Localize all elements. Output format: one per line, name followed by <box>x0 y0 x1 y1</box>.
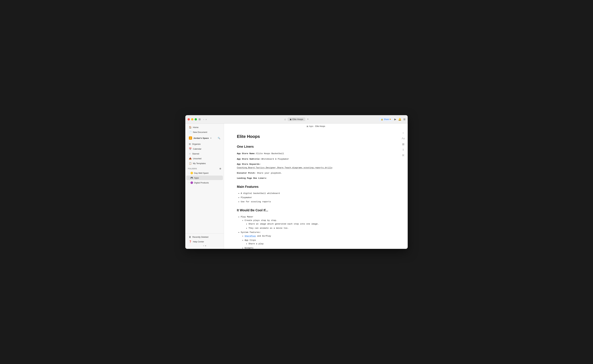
sidebar-dots <box>185 244 224 247</box>
workspace-header[interactable]: J Jordan's Space ▾ 🔍 <box>186 135 223 141</box>
list-item: A digital basketball whiteboard <box>241 192 353 195</box>
shareplay-link[interactable]: SharePlay <box>245 235 256 237</box>
present-icon[interactable]: ▶ <box>394 118 396 121</box>
app-store-name-label: App Store Name: <box>237 152 256 155</box>
dot-1 <box>203 245 204 246</box>
info-icon[interactable]: ℹ <box>403 148 404 151</box>
breadcrumb-apps[interactable]: Apps <box>309 125 313 127</box>
traffic-lights <box>188 118 197 120</box>
search-icon[interactable]: 🔍 <box>218 137 220 139</box>
home-icon: 🏠 <box>189 126 191 129</box>
sidebar-item-starred[interactable]: ☆ Starred <box>186 151 223 156</box>
app-store-name-field: App Store Name: Elite Hoops Basketball <box>237 152 353 156</box>
sidebar-unsorted-label: Unsorted <box>193 157 201 160</box>
list-item: Share a play <box>249 242 353 246</box>
sidebar-recently-deleted-label: Recently Deleted <box>192 236 208 238</box>
text-size-icon[interactable]: Aa <box>402 137 405 140</box>
share-button[interactable]: 🔒 Share <box>379 117 392 121</box>
sidebar-toggle-icon[interactable]: ⊞ <box>198 118 202 121</box>
sidebar-new-document-label: New Document <box>193 131 207 133</box>
list-item: App Clips Share a play <box>245 239 353 246</box>
document-content-area[interactable]: + Aa ▦ ℹ ⌘ Elite Hoops One Liners App St… <box>224 129 408 249</box>
tab-label: Elite Hoops <box>292 118 303 120</box>
workspace-avatar: J <box>189 136 192 140</box>
organize-icon: ⊞ <box>189 143 191 145</box>
sidebar-folder-apps[interactable]: › 🎮 Apps <box>186 176 223 180</box>
app-store-name-value: Elite Hoops Basketball <box>256 152 284 155</box>
titlebar-right-controls: 🔒 Share ▶ 🔔 ⊞ <box>379 117 405 121</box>
list-item-play-maker: Play Maker Create plays step by step. Sh… <box>241 215 353 230</box>
folder-chevron-icon: › <box>189 172 189 174</box>
nav-arrows: ‹ › <box>203 118 207 121</box>
sidebar-item-recently-deleted[interactable]: 🗑 Recently Deleted <box>186 235 223 239</box>
app-body: 🏠 Home 📄 New Document J Jordan's Space ▾… <box>185 124 408 249</box>
workspace-name: Jordan's Space <box>193 137 209 139</box>
sidebar-folder-day-well-spent[interactable]: › 🟡 Day Well Spent <box>186 171 223 175</box>
breadcrumb: ▣ Apps › Elite Hoops <box>224 124 408 129</box>
template-icon[interactable]: ▦ <box>402 143 404 146</box>
sidebar-item-organize[interactable]: ⊞ Organize <box>186 142 223 146</box>
list-item: Create plays step by step. Share an imag… <box>245 219 353 230</box>
folder-name: Digital Products <box>194 182 209 184</box>
app-store-subtitle-value: Whiteboard & Playmaker <box>261 158 289 160</box>
active-tab[interactable]: ▣ Elite Hoops <box>288 117 305 121</box>
lock-icon: 🔒 <box>381 118 383 120</box>
sidebar-item-my-templates[interactable]: 📋 My Templates <box>186 161 223 166</box>
sidebar-bottom: 🗑 Recently Deleted ❓ Help Center <box>185 233 224 247</box>
folder-emoji: 🟡 <box>190 172 193 174</box>
sidebar-item-help-center[interactable]: ❓ Help Center <box>186 239 223 244</box>
cool-features-list: Play Maker Create plays step by step. Sh… <box>237 215 353 249</box>
folders-label: Folders <box>188 168 197 169</box>
sidebar-item-new-document[interactable]: 📄 New Document <box>186 130 223 134</box>
titlebar-center: ⌂ ▣ Elite Hoops + <box>283 117 310 121</box>
folder-emoji: 🟣 <box>190 181 193 184</box>
folders-section-header: Folders ⊕ <box>185 166 224 170</box>
breadcrumb-current: Elite Hoops <box>315 125 325 127</box>
add-block-icon[interactable]: + <box>402 132 404 135</box>
share-dot <box>390 119 391 120</box>
tab-doc-icon: ▣ <box>290 118 291 120</box>
home-icon[interactable]: ⌂ <box>283 117 287 121</box>
list-item: Share an image which generated each step… <box>249 222 353 226</box>
folder-emoji: 🎮 <box>190 176 193 179</box>
command-icon[interactable]: ⌘ <box>402 154 404 157</box>
section-cool-if: It Would Be Cool If... <box>237 208 353 213</box>
elevator-pitch-label: Elevator Pitch: <box>237 172 256 174</box>
folder-chevron-icon: › <box>189 177 189 179</box>
calendar-icon: 📅 <box>189 148 191 150</box>
sidebar-templates-label: My Templates <box>193 162 206 165</box>
sidebar-folder-digital-products[interactable]: › 🟣 Digital Products <box>186 180 223 185</box>
sidebar-help-label: Help Center <box>193 240 204 243</box>
sidebar-item-calendar[interactable]: 📅 Calendar <box>186 147 223 151</box>
list-item: SharePlay and AirPlay <box>245 234 353 238</box>
app-store-keywords-label: App Store Keywords: <box>237 163 261 165</box>
main-content: ▣ Apps › Elite Hoops + Aa ▦ ℹ ⌘ Elite Ho… <box>224 124 408 249</box>
elevator-pitch-field: Elevator Pitch: Share your playbook. <box>237 171 353 175</box>
maximize-button[interactable] <box>195 118 197 120</box>
sidebar-item-unsorted[interactable]: 📥 Unsorted <box>186 156 223 161</box>
workspace-chevron-icon: ▾ <box>211 137 211 139</box>
forward-arrow[interactable]: › <box>205 118 207 121</box>
app-store-keywords-field: App Store Keywords: Coaching,Board,Tacti… <box>237 162 353 169</box>
back-arrow[interactable]: ‹ <box>203 118 204 121</box>
landing-page-label: Landing Page One Liners: <box>237 176 353 180</box>
add-folder-icon[interactable]: ⊕ <box>219 167 221 170</box>
bell-icon[interactable]: 🔔 <box>398 118 402 121</box>
list-item: Use for scouting reports <box>241 200 353 204</box>
app-store-subtitle-field: App Store Subtitle: Whiteboard & Playmak… <box>237 157 353 161</box>
minimize-button[interactable] <box>191 118 193 120</box>
templates-icon: 📋 <box>189 162 191 165</box>
layout-icon[interactable]: ⊞ <box>403 118 405 121</box>
breadcrumb-separator: › <box>314 125 315 127</box>
elevator-pitch-value: Share your playbook. <box>257 172 282 174</box>
list-item-system-features: System features: SharePlay and AirPlay A… <box>241 231 353 249</box>
sidebar-organize-label: Organize <box>192 143 201 145</box>
help-icon: ❓ <box>189 240 191 243</box>
sidebar-item-home[interactable]: 🏠 Home <box>186 125 223 130</box>
new-tab-button[interactable]: + <box>306 117 310 121</box>
list-item: Widgets <box>245 246 353 249</box>
titlebar-left-controls: ⊞ ‹ › <box>198 118 207 121</box>
close-button[interactable] <box>188 118 190 120</box>
dot-2 <box>205 245 206 246</box>
document-body: Elite Hoops One Liners App Store Name: E… <box>237 133 353 249</box>
